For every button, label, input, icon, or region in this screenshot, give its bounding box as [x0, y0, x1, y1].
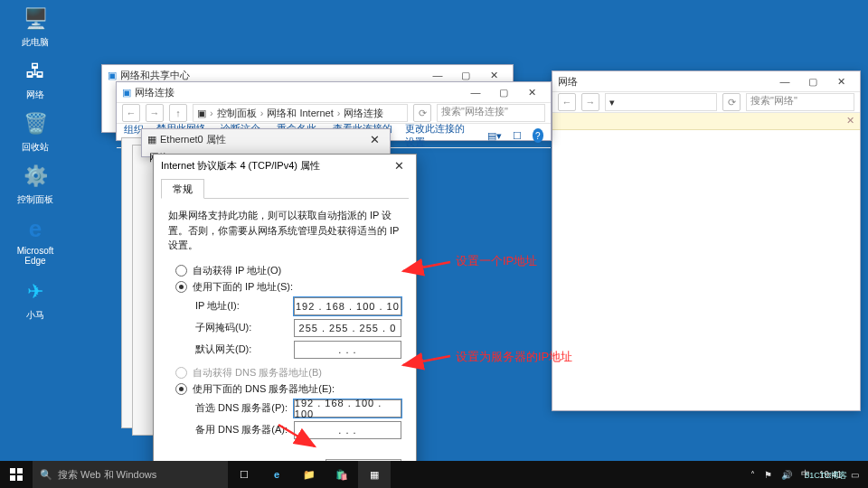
minimize-button[interactable]: — [462, 83, 489, 101]
window-title: 网络 [558, 75, 771, 89]
address-bar[interactable]: ▾ [605, 93, 717, 111]
window-title: Ethernet0 属性 [160, 133, 364, 146]
shield-icon: ▣ [108, 70, 117, 81]
search-input[interactable]: 搜索"网络连接" [437, 104, 545, 122]
taskbar-app-explorer[interactable]: 📁 [293, 461, 326, 488]
input-dns-secondary[interactable]: . . . [294, 421, 401, 439]
task-view-button[interactable]: ☐ [228, 461, 260, 488]
desktop-icon-network[interactable]: 🖧网络 [13, 56, 58, 101]
label-dns2: 备用 DNS 服务器(A): [195, 423, 294, 436]
nav-back-icon[interactable]: ← [558, 93, 576, 111]
breadcrumb[interactable]: ▣› 控制面板› 网络和 Internet› 网络连接 [193, 104, 408, 122]
system-tray[interactable]: ˄ ⚑ 🔊 中 19:4151CTO博客 ▭ [741, 468, 868, 481]
info-text: 如果网络支持此功能，则可以获取自动指派的 IP 设置。否则，你需要从网络系统管理… [168, 208, 401, 253]
close-button[interactable]: ✕ [364, 130, 384, 148]
close-button[interactable]: ✕ [827, 72, 854, 90]
taskbar: 🔍搜索 Web 和 Windows ☐ e 📁 🛍️ ▦ ˄ ⚑ 🔊 中 19:… [0, 461, 868, 488]
tray-network-icon[interactable]: ⚑ [764, 470, 772, 480]
taskbar-app-edge[interactable]: e [260, 461, 293, 488]
input-ip-address[interactable]: 192 . 168 . 100 . 10 [294, 297, 401, 315]
window-title: 网络和共享中心 [120, 69, 424, 82]
pane-icon[interactable]: ☐ [513, 130, 522, 142]
svg-rect-3 [10, 468, 15, 474]
infobar-close-icon[interactable]: ✕ [841, 113, 860, 128]
maximize-button[interactable]: ▢ [490, 83, 517, 101]
label-gateway: 默认网关(D): [195, 343, 294, 356]
svg-rect-6 [17, 475, 23, 481]
nav-up-icon[interactable]: ↑ [169, 104, 187, 122]
adapter-icon: ▦ [147, 134, 156, 145]
network-icon: 🖧 [20, 56, 51, 87]
desktop-icon-control-panel[interactable]: ⚙️控制面板 [13, 161, 58, 206]
svg-rect-4 [17, 468, 23, 474]
annotation-2: 设置为服务器的IP地址 [456, 349, 572, 365]
desktop-icon-edge[interactable]: eMicrosoft Edge [13, 213, 58, 266]
taskbar-search[interactable]: 🔍搜索 Web 和 Windows [33, 461, 228, 488]
tray-chevron-icon[interactable]: ˄ [750, 470, 755, 480]
input-dns-primary[interactable]: 192 . 168 . 100 . 100 [294, 399, 401, 418]
radio-manual-ip[interactable]: 使用下面的 IP 地址(S): [175, 280, 401, 294]
watermark: 51CTO博客 [805, 470, 847, 482]
help-icon[interactable]: ? [533, 128, 543, 143]
label-dns1: 首选 DNS 服务器(P): [195, 401, 294, 415]
input-gateway[interactable]: . . . [294, 341, 401, 359]
minimize-button[interactable]: — [771, 72, 798, 90]
radio-auto-ip[interactable]: 自动获得 IP 地址(O) [175, 264, 401, 277]
annotation-1: 设置一个IP地址 [456, 253, 537, 269]
tray-volume-icon[interactable]: 🔊 [781, 470, 792, 480]
tray-notifications-icon[interactable]: ▭ [851, 470, 859, 480]
desktop-icon-recycle[interactable]: 🗑️回收站 [13, 108, 58, 154]
window-title: 网络连接 [135, 86, 462, 99]
label-ip: IP 地址(I): [195, 299, 294, 313]
nav-back-icon[interactable]: ← [122, 104, 140, 122]
refresh-icon[interactable]: ⟳ [722, 93, 741, 111]
nav-fwd-icon[interactable]: → [146, 104, 164, 122]
monitor-icon: 🖥️ [20, 4, 51, 34]
infobar: ✕ [552, 113, 860, 130]
dialog-ipv4-properties: Internet 协议版本 4 (TCP/IPv4) 属性✕ 常规 如果网络支持… [153, 154, 417, 488]
dialog-title: Internet 协议版本 4 (TCP/IPv4) 属性 [161, 159, 389, 173]
tab-general[interactable]: 常规 [161, 179, 204, 199]
radio-auto-dns: 自动获得 DNS 服务器地址(B) [175, 366, 401, 380]
desktop-icon-this-pc[interactable]: 🖥️此电脑 [13, 4, 58, 49]
folder-icon: ▣ [197, 108, 206, 119]
radio-manual-dns[interactable]: 使用下面的 DNS 服务器地址(E): [175, 382, 401, 396]
input-subnet-mask[interactable]: 255 . 255 . 255 . 0 [294, 319, 401, 337]
refresh-icon[interactable]: ⟳ [413, 104, 431, 122]
recycle-bin-icon: 🗑️ [20, 108, 51, 139]
network-icon: ▣ [122, 87, 131, 99]
window-network-explorer[interactable]: 网络 —▢✕ ← → ▾ ⟳ 搜索"网络" ✕ [552, 70, 861, 411]
maximize-button[interactable]: ▢ [799, 72, 826, 90]
view-icon[interactable]: ▤▾ [487, 130, 502, 142]
control-panel-icon: ⚙️ [20, 161, 51, 192]
desktop-icon-app[interactable]: ✈小马 [13, 277, 58, 322]
search-icon: 🔍 [40, 469, 52, 481]
edge-icon: e [20, 213, 51, 244]
close-button[interactable]: ✕ [518, 83, 545, 101]
app-icon: ✈ [20, 277, 51, 307]
label-mask: 子网掩码(U): [195, 321, 294, 334]
taskbar-app-store[interactable]: 🛍️ [326, 461, 358, 488]
tool-change[interactable]: 更改此连接的设置 [405, 122, 466, 149]
search-input[interactable]: 搜索"网络" [746, 93, 854, 111]
svg-rect-5 [10, 475, 15, 481]
close-button[interactable]: ✕ [389, 156, 409, 174]
nav-fwd-icon[interactable]: → [581, 93, 599, 111]
taskbar-app-active[interactable]: ▦ [358, 461, 391, 488]
start-button[interactable] [0, 461, 33, 488]
